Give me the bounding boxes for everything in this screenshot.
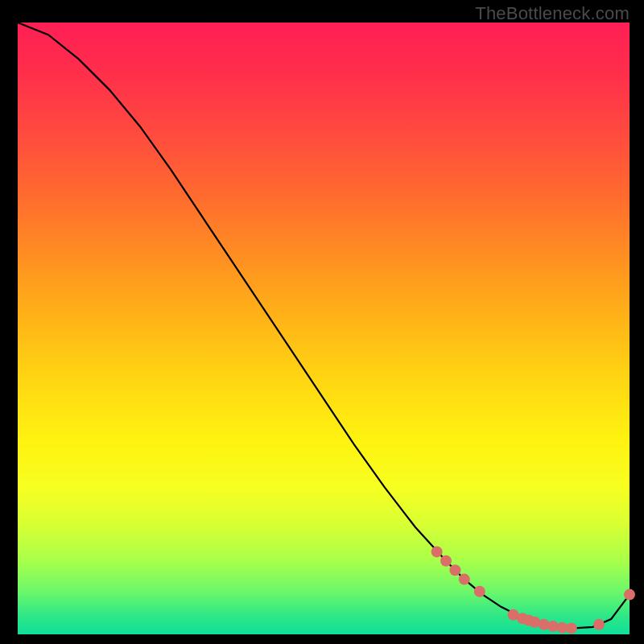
marker-14 [624, 589, 635, 601]
marker-4 [474, 586, 485, 597]
plot-area [18, 23, 630, 634]
chart-frame: TheBottleneck.com [0, 0, 644, 644]
watermark-text: TheBottleneck.com [475, 3, 630, 24]
marker-1 [440, 555, 452, 567]
marker-2 [449, 564, 460, 576]
marker-3 [459, 574, 470, 585]
marker-0 [431, 546, 443, 557]
marker-13 [593, 619, 605, 630]
chart-svg [18, 23, 630, 634]
bottleneck-curve [18, 23, 630, 628]
marker-12 [566, 622, 577, 634]
markers-group [431, 546, 635, 634]
